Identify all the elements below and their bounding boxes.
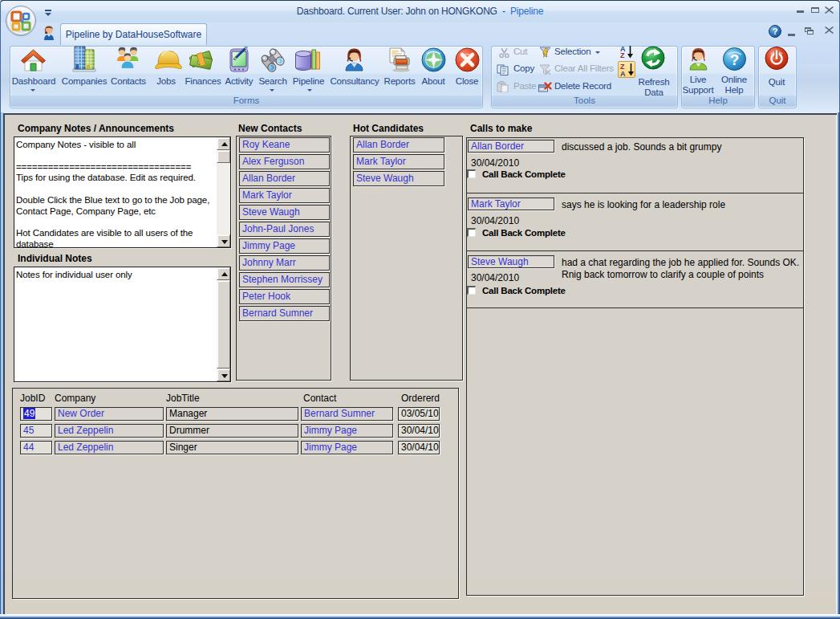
svg-text:?: ? <box>730 51 740 68</box>
svg-text:?: ? <box>773 26 778 36</box>
